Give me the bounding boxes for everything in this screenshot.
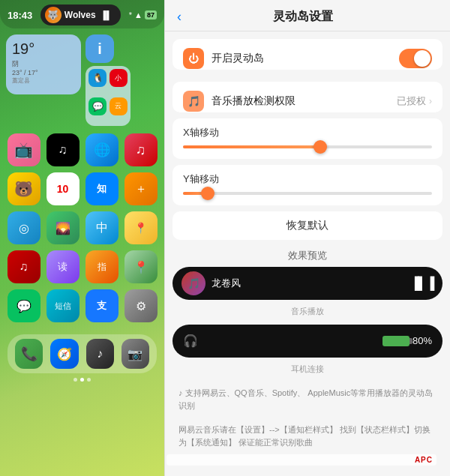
battery-percent: 80% bbox=[412, 335, 432, 346]
settings-title: 灵动岛设置 bbox=[188, 9, 418, 25]
dot-3 bbox=[87, 378, 91, 382]
settings-panel-wrapper: ‹ 灵动岛设置 ⏻ 开启灵动岛 🎵 音乐播放检测权限 已授权 › X轴移动 bbox=[165, 0, 450, 476]
permission-icon: 🎵 bbox=[183, 91, 204, 112]
app-bear[interactable]: 🐻 bbox=[8, 172, 40, 205]
music-preview-pill: 🎵 龙卷风 ▐▌▐ bbox=[172, 267, 442, 300]
earbuds-preview-pill: 🎧 80% bbox=[172, 325, 442, 358]
page-dots bbox=[0, 376, 164, 383]
x-axis-section: X轴移动 bbox=[172, 118, 442, 159]
restore-button[interactable]: 恢复默认 bbox=[172, 211, 442, 240]
app-wechat[interactable]: 💬 bbox=[8, 289, 40, 322]
battery-fill bbox=[382, 336, 410, 346]
y-axis-label: Y轴移动 bbox=[183, 172, 432, 186]
y-axis-thumb[interactable] bbox=[201, 187, 214, 200]
permission-section: 🎵 音乐播放检测权限 已授权 › bbox=[172, 82, 442, 112]
weather-desc: 阴 bbox=[12, 59, 75, 69]
settings-header: ‹ 灵动岛设置 bbox=[165, 0, 450, 31]
dot-1 bbox=[74, 378, 77, 382]
music-detect-icon: 🎵 bbox=[188, 95, 200, 107]
back-button[interactable]: ‹ bbox=[177, 9, 182, 25]
weather-widget: 19° 阴 23° / 17° 藁定县 bbox=[6, 34, 81, 94]
wave-icon: ▐▌ bbox=[100, 10, 112, 19]
permission-chevron: › bbox=[429, 96, 432, 106]
earbuds-caption: 耳机连接 bbox=[172, 364, 442, 375]
app-alipay[interactable]: 支 bbox=[86, 289, 118, 322]
permission-row[interactable]: 🎵 音乐播放检测权限 已授权 › bbox=[172, 82, 442, 112]
app-name: Wolves bbox=[64, 10, 96, 20]
mini-orange: 云 bbox=[110, 97, 128, 115]
x-axis-label: X轴移动 bbox=[183, 126, 432, 139]
status-icons: * ▲ 87 bbox=[129, 10, 157, 19]
wifi-icon: ▲ bbox=[134, 10, 142, 19]
music-preview-text: 龙卷风 bbox=[212, 277, 404, 290]
battery-display: 80% bbox=[382, 335, 432, 346]
widget-info-stack: i 🐧 小 💬 云 bbox=[86, 34, 130, 126]
dock: 📞 🧭 ♪ 📷 bbox=[8, 334, 157, 373]
dock-music[interactable]: ♪ bbox=[86, 339, 114, 369]
info-text-1: ♪ 支持网易云、QQ音乐、Spotify、 AppleMusic等常用播放器的灵… bbox=[172, 382, 442, 418]
app-settings[interactable]: ⚙ bbox=[124, 289, 158, 322]
toggle-label: 开启灵动岛 bbox=[212, 52, 399, 65]
x-axis-track[interactable] bbox=[183, 145, 432, 148]
enable-toggle[interactable] bbox=[399, 49, 432, 68]
toggle-row: ⏻ 开启灵动岛 bbox=[172, 39, 442, 70]
info-widget: i bbox=[86, 34, 114, 63]
dock-phone[interactable]: 📞 bbox=[15, 339, 43, 369]
app-msg[interactable]: 短信 bbox=[46, 289, 80, 322]
dynamic-island: 🐺 Wolves ▐▌ bbox=[40, 4, 121, 25]
status-time: 18:43 bbox=[8, 10, 32, 21]
app-bilibili[interactable]: 📺 bbox=[8, 133, 40, 166]
x-axis-fill bbox=[183, 145, 320, 148]
app-wangyi[interactable]: ♫ bbox=[8, 250, 40, 283]
app-maps[interactable]: 📍 bbox=[124, 250, 158, 283]
weather-temp: 19° bbox=[12, 40, 75, 58]
weather-location: 藁定县 bbox=[12, 76, 75, 85]
mini-grid-widget: 🐧 小 💬 云 bbox=[86, 66, 130, 126]
dock-camera[interactable]: 📷 bbox=[122, 339, 149, 369]
y-axis-section: Y轴移动 bbox=[172, 165, 442, 205]
app-zhi[interactable]: 指 bbox=[86, 250, 118, 283]
permission-value: 已授权 bbox=[397, 94, 426, 108]
app-zhihu[interactable]: 知 bbox=[86, 172, 118, 205]
phone-panel: 18:43 🐺 Wolves ▐▌ * ▲ 87 19° 阴 23° / 17°… bbox=[0, 0, 165, 476]
app-tiktok[interactable]: ♫ bbox=[46, 133, 80, 166]
app-gallery[interactable]: 🌄 bbox=[46, 211, 80, 244]
x-axis-thumb[interactable] bbox=[314, 140, 327, 154]
power-icon: ⏻ bbox=[188, 52, 199, 64]
music-wave-icon: ▐▌▐ bbox=[410, 277, 434, 290]
earbuds-icon: 🎧 bbox=[183, 334, 198, 348]
app-grid: 📺 ♫ 🌐 ♫ 🐻 10 知 ＋ ◎ 🌄 中 📍 ♫ 读 指 📍 💬 短信 支 … bbox=[0, 126, 164, 330]
app-calendar[interactable]: 10 bbox=[46, 172, 80, 205]
app-calc[interactable]: ＋ bbox=[124, 172, 158, 205]
info-text-2: 网易云音乐请在【设置】-->【通知栏样式】 找到【状态栏样式】切换为【系统通知】… bbox=[172, 419, 442, 454]
widgets-row: 19° 阴 23° / 17° 藁定县 i 🐧 小 💬 云 bbox=[0, 28, 164, 126]
status-bar: 18:43 🐺 Wolves ▐▌ * ▲ 87 bbox=[0, 0, 164, 28]
app-icon-wolf: 🐺 bbox=[45, 7, 62, 23]
music-caption: 音乐播放 bbox=[172, 306, 442, 317]
app-music[interactable]: ♫ bbox=[124, 133, 158, 166]
permission-label: 音乐播放检测权限 bbox=[212, 94, 397, 108]
dock-safari[interactable]: 🧭 bbox=[50, 339, 78, 369]
music-album-art: 🎵 bbox=[182, 271, 206, 295]
toggle-section: ⏻ 开启灵动岛 bbox=[172, 39, 442, 70]
app-read[interactable]: 读 bbox=[46, 250, 80, 283]
mini-wechat: 💬 bbox=[88, 97, 106, 115]
preview-items: 🎵 龙卷风 ▐▌▐ 音乐播放 🎧 80% 耳机连接 bbox=[172, 267, 442, 378]
app-blue[interactable]: 🌐 bbox=[86, 133, 118, 166]
app-yq[interactable]: 📍 bbox=[124, 211, 158, 244]
bluetooth-icon: * bbox=[129, 10, 132, 19]
weather-range: 23° / 17° bbox=[12, 69, 75, 76]
toggle-knob bbox=[414, 50, 430, 67]
mini-qq: 🐧 bbox=[88, 69, 106, 87]
toggle-icon: ⏻ bbox=[183, 48, 204, 69]
y-axis-track[interactable] bbox=[183, 192, 432, 195]
preview-title: 效果预览 bbox=[165, 249, 450, 262]
apc-watermark: APC bbox=[166, 454, 436, 466]
mini-red: 小 bbox=[110, 69, 128, 87]
battery-badge: 87 bbox=[145, 10, 157, 19]
song-name: 龙卷风 bbox=[212, 277, 404, 290]
settings-panel: ‹ 灵动岛设置 ⏻ 开启灵动岛 🎵 音乐播放检测权限 已授权 › X轴移动 bbox=[165, 0, 450, 476]
dot-2 bbox=[80, 378, 84, 382]
app-teal[interactable]: ◎ bbox=[8, 211, 40, 244]
app-files[interactable]: 中 bbox=[86, 211, 118, 244]
